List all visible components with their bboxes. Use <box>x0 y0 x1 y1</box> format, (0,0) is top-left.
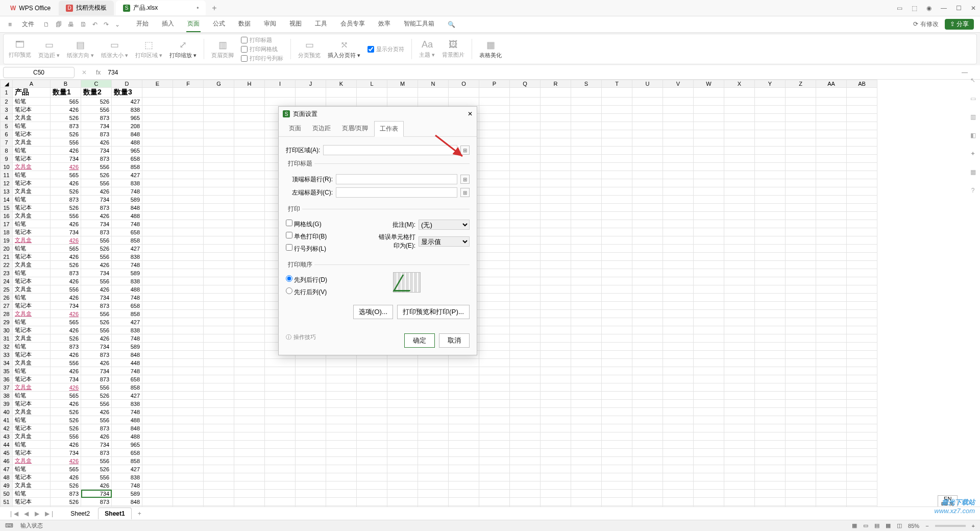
cell[interactable] <box>602 130 632 138</box>
cell[interactable]: 748 <box>112 367 142 375</box>
col-header-AB[interactable]: AB <box>847 80 877 88</box>
cell[interactable] <box>479 187 510 196</box>
cell[interactable] <box>234 302 265 310</box>
qat-new-icon[interactable]: 🗋 <box>43 21 50 28</box>
cell[interactable] <box>602 171 632 179</box>
cell[interactable] <box>204 432 234 441</box>
cell[interactable] <box>234 449 265 457</box>
cell[interactable] <box>786 277 816 285</box>
cell[interactable] <box>204 122 234 130</box>
preview-print-button[interactable]: 打印预览和打印(P)... <box>397 305 470 319</box>
cell[interactable] <box>755 424 786 432</box>
cell[interactable] <box>602 277 632 285</box>
cell[interactable]: 笔记本 <box>13 351 51 359</box>
cell[interactable] <box>510 473 541 481</box>
cell[interactable] <box>541 432 571 441</box>
col-header-Z[interactable]: Z <box>786 80 816 88</box>
cell[interactable] <box>602 98 632 106</box>
col-header-N[interactable]: N <box>418 80 449 88</box>
cell[interactable] <box>847 245 877 253</box>
cell[interactable] <box>326 359 357 367</box>
cell[interactable] <box>816 490 847 498</box>
row-header[interactable]: 17 <box>1 220 13 228</box>
cell[interactable]: 426 <box>51 220 81 228</box>
cell[interactable] <box>510 481 541 490</box>
cell[interactable] <box>510 212 541 220</box>
cell[interactable] <box>724 294 755 302</box>
cell[interactable] <box>357 441 387 449</box>
cell[interactable]: 526 <box>81 318 112 326</box>
cell[interactable] <box>632 212 663 220</box>
cell[interactable] <box>786 285 816 294</box>
cell[interactable] <box>541 481 571 490</box>
cell[interactable] <box>632 114 663 122</box>
cell[interactable] <box>786 481 816 490</box>
cell[interactable] <box>632 432 663 441</box>
cell[interactable] <box>449 383 479 392</box>
cell[interactable]: 873 <box>51 343 81 351</box>
ribbon-打印区域 ▾[interactable]: ⬚打印区域 ▾ <box>135 39 162 59</box>
cell[interactable] <box>204 88 234 98</box>
cell[interactable] <box>694 351 724 359</box>
cell[interactable] <box>234 400 265 408</box>
cell[interactable] <box>755 187 786 196</box>
cell[interactable] <box>602 481 632 490</box>
cell[interactable] <box>602 155 632 163</box>
row-header[interactable]: 22 <box>1 261 13 269</box>
cell[interactable] <box>204 416 234 424</box>
cell[interactable] <box>632 130 663 138</box>
cell[interactable]: 734 <box>51 449 81 457</box>
cell[interactable] <box>541 334 571 343</box>
cell[interactable] <box>449 400 479 408</box>
ok-button[interactable]: 确定 <box>404 333 435 348</box>
cell[interactable] <box>173 163 204 171</box>
cell[interactable] <box>510 269 541 277</box>
cell[interactable] <box>173 302 204 310</box>
cell[interactable] <box>387 367 418 375</box>
cell[interactable] <box>449 441 479 449</box>
cell[interactable] <box>816 367 847 375</box>
cell[interactable] <box>694 147 724 155</box>
cell[interactable] <box>632 269 663 277</box>
cell[interactable] <box>541 318 571 326</box>
cell[interactable] <box>204 245 234 253</box>
cell[interactable] <box>357 498 387 506</box>
cell[interactable] <box>694 449 724 457</box>
cell[interactable] <box>541 294 571 302</box>
cell[interactable] <box>632 490 663 498</box>
sheet-tab[interactable]: Sheet1 <box>98 508 131 519</box>
cell[interactable]: 965 <box>112 441 142 449</box>
cell[interactable] <box>204 367 234 375</box>
cell[interactable] <box>510 310 541 318</box>
cell[interactable] <box>632 400 663 408</box>
cell[interactable] <box>724 302 755 310</box>
cell[interactable] <box>663 253 694 261</box>
cell[interactable] <box>663 473 694 481</box>
cell[interactable] <box>142 196 173 204</box>
cell[interactable] <box>418 449 449 457</box>
cell[interactable] <box>694 310 724 318</box>
cell[interactable] <box>847 481 877 490</box>
cell[interactable] <box>418 400 449 408</box>
cell[interactable]: 965 <box>112 114 142 122</box>
ribbon-打印缩放 ▾[interactable]: ⤢打印缩放 ▾ <box>169 39 197 59</box>
cell[interactable] <box>265 383 296 392</box>
cell[interactable] <box>296 359 326 367</box>
cell[interactable] <box>234 277 265 285</box>
cell[interactable]: 734 <box>81 269 112 277</box>
cell[interactable] <box>755 155 786 163</box>
cell[interactable] <box>847 416 877 424</box>
cell[interactable] <box>479 351 510 359</box>
cell[interactable] <box>204 351 234 359</box>
cell[interactable] <box>173 261 204 269</box>
cell[interactable]: 965 <box>112 147 142 155</box>
cell[interactable] <box>510 204 541 212</box>
cell[interactable] <box>663 432 694 441</box>
cell[interactable] <box>663 187 694 196</box>
cell[interactable] <box>602 147 632 155</box>
cell[interactable] <box>204 392 234 400</box>
cell[interactable] <box>602 449 632 457</box>
cell[interactable] <box>204 343 234 351</box>
cell[interactable]: 873 <box>51 269 81 277</box>
cell[interactable] <box>265 416 296 424</box>
